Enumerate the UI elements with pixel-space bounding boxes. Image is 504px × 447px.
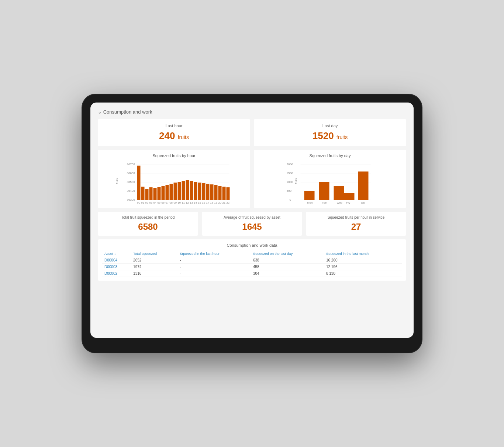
svg-text:Wed: Wed	[337, 201, 342, 204]
svg-text:1500: 1500	[287, 171, 293, 175]
svg-text:12: 12	[186, 201, 189, 204]
svg-rect-11	[137, 166, 141, 200]
svg-rect-25	[194, 182, 197, 200]
svg-text:03: 03	[149, 201, 152, 204]
cell-last-hour: -	[177, 257, 251, 264]
stat-per-hour: Squeezed fruits per hour in service 27	[306, 212, 406, 236]
svg-rect-68	[304, 191, 315, 200]
svg-text:Mon: Mon	[307, 201, 313, 204]
svg-text:86500: 86500	[127, 180, 135, 184]
svg-text:86300: 86300	[127, 198, 135, 201]
svg-text:86600: 86600	[127, 171, 135, 175]
svg-rect-70	[334, 186, 344, 200]
top-cards-row: Last hour 240 fruits Last day 1520 fruit…	[98, 119, 406, 146]
stat-average-title: Average of fruit squeezed by asset	[207, 215, 297, 219]
svg-text:07: 07	[166, 201, 169, 204]
svg-text:86400: 86400	[127, 189, 135, 193]
svg-text:06: 06	[162, 201, 165, 204]
svg-rect-28	[206, 184, 210, 200]
last-hour-card: Last hour 240 fruits	[98, 119, 250, 146]
svg-rect-12	[141, 187, 145, 200]
svg-text:Tue: Tue	[322, 201, 327, 204]
cell-asset: D00003	[102, 264, 131, 270]
table-body: D00004 2652 - 638 16 260 D00003 1974 - 4…	[102, 257, 402, 277]
chart-hour-title: Squeezed fruits by hour	[102, 153, 246, 158]
cell-last-month: 16 260	[324, 257, 402, 264]
cell-last-hour: -	[177, 264, 251, 270]
svg-rect-16	[158, 187, 161, 200]
svg-rect-18	[166, 185, 169, 200]
col-last-hour[interactable]: Squeezed in the last hour	[177, 250, 251, 257]
svg-rect-27	[202, 183, 206, 200]
svg-rect-19	[170, 184, 173, 200]
chart-day-title: Squeezed fruits by day	[258, 153, 402, 158]
svg-text:08: 08	[170, 201, 173, 204]
svg-text:05: 05	[158, 201, 160, 204]
svg-text:09: 09	[174, 201, 177, 204]
svg-text:02: 02	[145, 201, 148, 204]
svg-text:21: 21	[222, 201, 225, 204]
stat-per-hour-value: 27	[311, 222, 401, 232]
svg-text:01: 01	[141, 201, 144, 204]
svg-rect-22	[182, 181, 185, 200]
stats-row: Total fruit squeezed in the period 6580 …	[98, 212, 406, 236]
charts-row: Squeezed fruits by hour 86700 86600 8650…	[98, 150, 406, 208]
stat-total-title: Total fruit squeezed in the period	[103, 215, 193, 219]
last-day-value: 1520 fruits	[259, 130, 401, 142]
svg-text:0: 0	[290, 198, 291, 201]
svg-text:1000: 1000	[287, 180, 293, 184]
svg-text:04: 04	[153, 201, 156, 204]
svg-text:00: 00	[137, 201, 140, 204]
cell-total: 1974	[131, 264, 177, 270]
last-day-card: Last day 1520 fruits	[254, 119, 406, 146]
stat-total: Total fruit squeezed in the period 6580	[98, 212, 198, 236]
data-table: Asset ↓ Total squeezed Squeezed in the l…	[102, 250, 402, 277]
svg-text:500: 500	[287, 189, 292, 193]
col-asset[interactable]: Asset ↓	[102, 250, 131, 257]
svg-rect-32	[222, 187, 226, 200]
svg-rect-72	[358, 171, 369, 200]
svg-rect-30	[214, 185, 218, 200]
svg-text:11: 11	[182, 201, 185, 204]
svg-rect-26	[198, 183, 201, 200]
last-hour-value: 240 fruits	[103, 130, 245, 142]
svg-text:13: 13	[190, 201, 193, 204]
last-day-title: Last day	[259, 124, 401, 128]
chart-day-svg: 2000 1500 1000 500 0 fruits	[258, 160, 402, 204]
svg-rect-15	[153, 188, 157, 200]
tablet-device: ⌄ Consumption and work Last hour 240 fru…	[82, 94, 422, 353]
cell-last-month: 12 196	[324, 264, 402, 270]
svg-rect-20	[174, 183, 177, 200]
svg-rect-71	[344, 193, 355, 200]
svg-text:15: 15	[198, 201, 201, 204]
col-last-day[interactable]: Squeezed on the last day	[251, 250, 324, 257]
cell-last-hour: -	[177, 270, 251, 277]
svg-rect-21	[178, 182, 181, 200]
chart-by-hour: Squeezed fruits by hour 86700 86600 8650…	[98, 150, 250, 208]
svg-text:22: 22	[227, 201, 229, 204]
data-table-card: Consumption and work data Asset ↓ Total …	[98, 239, 406, 281]
svg-text:19: 19	[214, 201, 217, 204]
svg-text:17: 17	[206, 201, 209, 204]
svg-text:fruits: fruits	[294, 178, 298, 184]
svg-rect-24	[190, 181, 193, 200]
cell-asset: D00004	[102, 257, 131, 264]
col-total[interactable]: Total squeezed	[131, 250, 177, 257]
cell-total: 1316	[131, 270, 177, 277]
chart-day-area: 2000 1500 1000 500 0 fruits	[258, 160, 402, 204]
svg-text:14: 14	[194, 201, 197, 204]
svg-text:2000: 2000	[287, 163, 293, 166]
table-row: D00003 1974 - 458 12 196	[102, 264, 402, 270]
svg-rect-13	[145, 189, 149, 200]
chart-hour-svg: 86700 86600 86500 86400 86300 fruits	[102, 160, 246, 204]
svg-rect-33	[227, 187, 230, 200]
cell-asset: D00002	[102, 270, 131, 277]
table-row: D00002 1316 - 304 8 130	[102, 270, 402, 277]
stat-average: Average of fruit squeezed by asset 1645	[202, 212, 302, 236]
svg-text:10: 10	[178, 201, 181, 204]
stat-average-value: 1645	[207, 222, 297, 232]
col-last-month[interactable]: Squeezed in the last month	[324, 250, 402, 257]
svg-text:fruits: fruits	[115, 178, 119, 184]
table-header-row: Asset ↓ Total squeezed Squeezed in the l…	[102, 250, 402, 257]
table-row: D00004 2652 - 638 16 260	[102, 257, 402, 264]
